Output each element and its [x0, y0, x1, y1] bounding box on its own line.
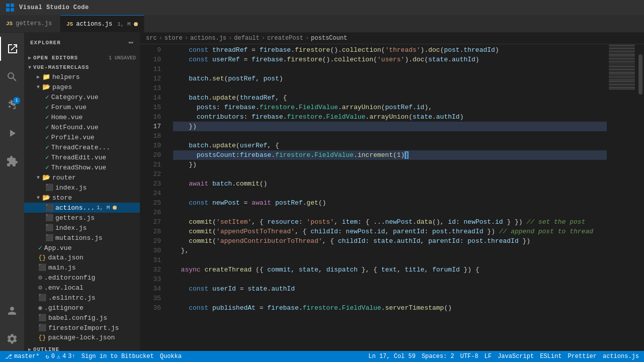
code-line-11 [173, 64, 607, 74]
folder-icon-helpers: 📁 [42, 73, 50, 81]
eslint-label: ESLint [540, 353, 561, 360]
bc-actions: actions.js [190, 35, 226, 42]
status-language[interactable]: JavaScript [498, 353, 534, 360]
tree-label-home: Home.vue [51, 114, 83, 121]
editor-content: 9 10 11 12 13 14 15 16 17 18 19 20 21 22… [140, 44, 644, 351]
bc-sep1: › [159, 35, 163, 42]
config-icon: ⚙ [38, 274, 42, 282]
tree-item-editorconfig[interactable]: ⚙ .editorconfig [24, 273, 140, 283]
folder-icon-store: 📂 [42, 194, 50, 202]
activity-git[interactable]: 1 [0, 93, 24, 117]
tree-item-packagelock[interactable]: {} package-lock.json [24, 333, 140, 342]
outline-header[interactable]: ▶ OUTLINE [24, 344, 140, 351]
folder-arrow-store: ▼ [34, 195, 42, 201]
titlebar-title: Visual Studio Code [19, 4, 639, 11]
status-spaces[interactable]: Spaces: 2 [422, 353, 454, 360]
status-sync[interactable]: ↻ 0 ⚠ 4 3↑ [45, 353, 75, 360]
editor-scrollbar[interactable] [637, 44, 644, 351]
json-icon-data: {} [38, 254, 46, 261]
actions-modified: 1, M [97, 205, 110, 211]
tree-label-babel: babel.config.js [48, 314, 107, 322]
open-editors-header[interactable]: ▶ OPEN EDITORS 1 UNSAVED [24, 53, 140, 63]
tree-item-app[interactable]: ✓ App.vue [24, 243, 140, 253]
vue-icon-profile: ✓ [45, 133, 49, 141]
code-line-14: batch.update(threadRef, { [173, 93, 607, 103]
tree-item-notfound[interactable]: ✓ NotFound.vue [24, 122, 140, 132]
tree-item-router-index[interactable]: ⬛ index.js [24, 183, 140, 193]
tree-item-helpers[interactable]: ▶ 📁 helpers [24, 72, 140, 82]
status-quokka[interactable]: Quokka [160, 353, 182, 360]
status-bar: ⎇ master* ↻ 0 ⚠ 4 3↑ Sign in to Bitbucke… [0, 351, 644, 362]
activity-search[interactable] [0, 65, 24, 89]
tree-item-babel[interactable]: ⬛ babel.config.js [24, 313, 140, 323]
tree-item-getters[interactable]: ⬛ getters.js [24, 213, 140, 223]
json-icon-packagelock: {} [38, 334, 46, 341]
activity-settings[interactable] [0, 327, 24, 351]
vue-icon-notfound: ✓ [45, 123, 49, 131]
activity-extensions[interactable] [0, 149, 24, 173]
bc-postscount: postsCount [311, 35, 347, 42]
language-label: JavaScript [498, 353, 534, 360]
tree-item-threadedit[interactable]: ✓ ThreadEdit.vue [24, 152, 140, 162]
vue-icon-threadedit: ✓ [45, 153, 49, 161]
activity-run[interactable] [0, 121, 24, 145]
tree-item-threadcreate[interactable]: ✓ ThreadCreate... [24, 142, 140, 152]
root-folder-header[interactable]: ▼ VUE-MASTERCLASS [24, 63, 140, 72]
git-branch-icon: ⎇ [5, 353, 12, 360]
tree-item-forum[interactable]: ✓ Forum.vue [24, 102, 140, 112]
vue-icon-threadcreate: ✓ [45, 143, 49, 151]
tree-item-mutations[interactable]: ⬛ mutations.js [24, 233, 140, 243]
tree-item-actions[interactable]: ⬛ actions... 1, M [24, 203, 140, 213]
tree-item-pages[interactable]: ▼ 📂 pages [24, 82, 140, 92]
tree-item-store[interactable]: ▼ 📂 store [24, 193, 140, 203]
tree-item-gitignore[interactable]: ◉ .gitignore [24, 303, 140, 313]
tab-icon-getters: JS [6, 21, 13, 27]
code-line-35 [173, 294, 607, 303]
status-eslint[interactable]: ESLint [540, 353, 561, 360]
tree-item-envlocal[interactable]: ⚙ .env.local [24, 283, 140, 293]
tree-item-eslint[interactable]: ⬛ .eslintrc.js [24, 293, 140, 303]
tree-label-main: main.js [48, 264, 76, 272]
tab-getters[interactable]: JS getters.js [0, 15, 60, 32]
sidebar-title: EXPLORER ⋯ [24, 33, 140, 53]
status-position[interactable]: Ln 17, Col 59 [368, 353, 416, 360]
status-line-ending[interactable]: LF [485, 353, 492, 360]
breadcrumb: src › store › actions.js › default › cre… [140, 33, 644, 44]
tree-label-threadshow: ThreadShow.vue [51, 164, 106, 171]
tree-label-threadcreate: ThreadCreate... [51, 144, 110, 151]
spaces-label: Spaces: 2 [422, 353, 454, 360]
scrollbar-thumb[interactable] [638, 54, 642, 95]
actions-dot [113, 206, 117, 210]
sync-icon: ↻ [45, 353, 49, 360]
tree-item-store-index[interactable]: ⬛ index.js [24, 223, 140, 233]
tree-item-category[interactable]: ✓ Category.vue [24, 92, 140, 102]
prettier-label: Prettier [568, 353, 597, 360]
status-branch[interactable]: ⎇ master* [5, 353, 39, 360]
status-prettier[interactable]: Prettier [568, 353, 597, 360]
code-line-16: contributors: firebase.firestore.FieldVa… [173, 112, 607, 122]
tab-actions[interactable]: JS actions.js 1, M [60, 15, 144, 32]
tree-item-main[interactable]: ⬛ main.js [24, 262, 140, 273]
tree-item-data[interactable]: {} data.json [24, 253, 140, 262]
tree-item-router[interactable]: ▼ 📂 router [24, 172, 140, 183]
tree-label-data: data.json [48, 254, 84, 261]
vue-icon-threadshow: ✓ [45, 163, 49, 171]
tree-item-threadshow[interactable]: ✓ ThreadShow.vue [24, 162, 140, 172]
status-encoding[interactable]: UTF-8 [460, 353, 478, 360]
bc-sep5: › [305, 35, 309, 42]
status-file[interactable]: actions.js [603, 353, 639, 360]
tree-label-gitignore: .gitignore [44, 304, 84, 312]
code-editor[interactable]: const threadRef = firebase.firestore().c… [165, 44, 607, 351]
tree-item-profile[interactable]: ✓ Profile.vue [24, 132, 140, 142]
sidebar-more-icon[interactable]: ⋯ [128, 38, 134, 48]
tree-label-getters: getters.js [55, 214, 95, 222]
activity-explorer[interactable] [0, 37, 24, 61]
tree-item-home[interactable]: ✓ Home.vue [24, 112, 140, 122]
code-line-19: batch.update(userRef, { [173, 141, 607, 150]
tree-label-threadedit: ThreadEdit.vue [51, 154, 106, 161]
svg-rect-0 [6, 4, 10, 7]
status-sign-in[interactable]: Sign in to Bitbucket [82, 353, 154, 360]
activity-account[interactable] [0, 299, 24, 323]
js-icon-eslint: ⬛ [38, 294, 46, 302]
tree-item-firestore[interactable]: ⬛ firestoreImport.js [24, 323, 140, 333]
